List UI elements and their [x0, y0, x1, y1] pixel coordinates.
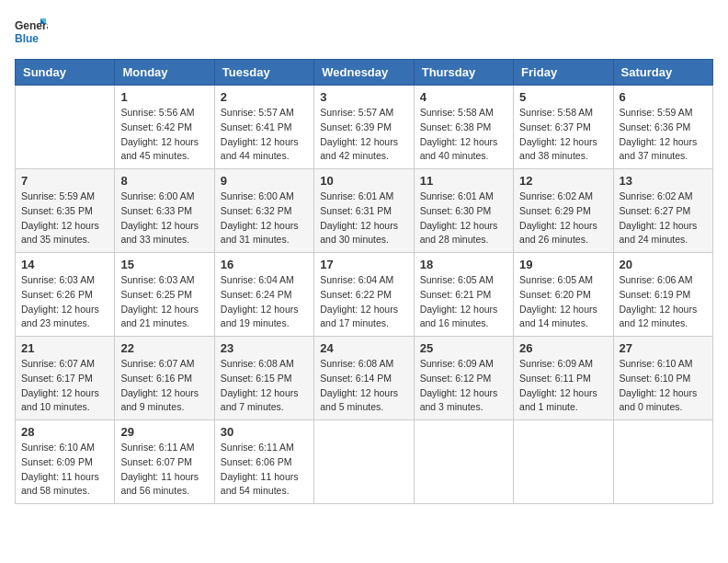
calendar-week-row: 28Sunrise: 6:10 AMSunset: 6:09 PMDayligh… [16, 420, 713, 504]
day-number: 5 [519, 90, 607, 104]
day-number: 26 [519, 341, 607, 355]
calendar-day-cell: 10Sunrise: 6:01 AMSunset: 6:31 PMDayligh… [314, 169, 414, 253]
day-info: Sunrise: 6:00 AMSunset: 6:33 PMDaylight:… [120, 190, 208, 247]
calendar-day-cell: 26Sunrise: 6:09 AMSunset: 6:11 PMDayligh… [514, 337, 613, 420]
day-info: Sunrise: 6:08 AMSunset: 6:15 PMDaylight:… [221, 357, 308, 415]
day-info: Sunrise: 6:09 AMSunset: 6:12 PMDaylight:… [420, 357, 507, 415]
day-number: 2 [221, 90, 308, 104]
day-number: 15 [120, 258, 208, 271]
day-info: Sunrise: 5:59 AMSunset: 6:35 PMDaylight:… [21, 190, 108, 247]
calendar-table: SundayMondayTuesdayWednesdayThursdayFrid… [15, 59, 713, 504]
calendar-day-cell: 9Sunrise: 6:00 AMSunset: 6:32 PMDaylight… [214, 169, 313, 253]
calendar-week-row: 1Sunrise: 5:56 AMSunset: 6:42 PMDaylight… [16, 86, 713, 169]
day-number: 3 [320, 90, 407, 104]
day-number: 4 [420, 90, 507, 104]
calendar-day-cell: 29Sunrise: 6:11 AMSunset: 6:07 PMDayligh… [115, 420, 214, 504]
day-of-week-header: Monday [115, 60, 214, 86]
day-of-week-header: Wednesday [314, 60, 414, 86]
day-info: Sunrise: 6:02 AMSunset: 6:29 PMDaylight:… [519, 190, 607, 247]
day-info: Sunrise: 6:08 AMSunset: 6:14 PMDaylight:… [320, 357, 407, 415]
day-info: Sunrise: 6:01 AMSunset: 6:31 PMDaylight:… [320, 190, 407, 247]
day-info: Sunrise: 6:05 AMSunset: 6:20 PMDaylight:… [519, 273, 607, 331]
day-number: 28 [21, 425, 108, 439]
day-info: Sunrise: 5:58 AMSunset: 6:37 PMDaylight:… [519, 106, 607, 164]
day-number: 6 [620, 90, 707, 104]
day-number: 9 [221, 174, 308, 188]
day-number: 29 [120, 425, 208, 439]
day-number: 1 [120, 90, 208, 104]
calendar-day-cell: 6Sunrise: 5:59 AMSunset: 6:36 PMDaylight… [613, 86, 712, 169]
calendar-day-cell: 11Sunrise: 6:01 AMSunset: 6:30 PMDayligh… [414, 169, 513, 253]
day-number: 12 [519, 174, 607, 188]
calendar-day-cell: 25Sunrise: 6:09 AMSunset: 6:12 PMDayligh… [414, 337, 513, 420]
calendar-week-row: 14Sunrise: 6:03 AMSunset: 6:26 PMDayligh… [16, 253, 713, 337]
calendar-day-cell [16, 86, 115, 169]
day-info: Sunrise: 6:01 AMSunset: 6:30 PMDaylight:… [420, 190, 507, 247]
day-info: Sunrise: 6:00 AMSunset: 6:32 PMDaylight:… [221, 190, 308, 247]
day-number: 30 [221, 425, 308, 439]
calendar-day-cell: 5Sunrise: 5:58 AMSunset: 6:37 PMDaylight… [514, 86, 613, 169]
day-number: 24 [320, 341, 407, 355]
calendar-day-cell: 24Sunrise: 6:08 AMSunset: 6:14 PMDayligh… [314, 337, 414, 420]
calendar-day-cell: 19Sunrise: 6:05 AMSunset: 6:20 PMDayligh… [514, 253, 613, 337]
day-info: Sunrise: 6:07 AMSunset: 6:17 PMDaylight:… [21, 357, 108, 415]
day-number: 17 [320, 258, 407, 271]
day-of-week-header: Friday [514, 60, 613, 86]
logo: General Blue [15, 15, 48, 48]
day-number: 18 [420, 258, 507, 271]
calendar-day-cell [414, 420, 513, 504]
day-number: 25 [420, 341, 507, 355]
calendar-day-cell [514, 420, 613, 504]
calendar-day-cell: 20Sunrise: 6:06 AMSunset: 6:19 PMDayligh… [613, 253, 712, 337]
calendar-day-cell: 13Sunrise: 6:02 AMSunset: 6:27 PMDayligh… [613, 169, 712, 253]
day-info: Sunrise: 6:10 AMSunset: 6:09 PMDaylight:… [21, 441, 108, 499]
calendar-week-row: 7Sunrise: 5:59 AMSunset: 6:35 PMDaylight… [16, 169, 713, 253]
day-number: 11 [420, 174, 507, 188]
day-of-week-header: Sunday [16, 60, 115, 86]
day-info: Sunrise: 6:10 AMSunset: 6:10 PMDaylight:… [620, 357, 707, 415]
calendar-day-cell: 7Sunrise: 5:59 AMSunset: 6:35 PMDaylight… [16, 169, 115, 253]
day-info: Sunrise: 6:05 AMSunset: 6:21 PMDaylight:… [420, 273, 507, 331]
calendar-day-cell: 2Sunrise: 5:57 AMSunset: 6:41 PMDaylight… [214, 86, 313, 169]
day-number: 8 [120, 174, 208, 188]
day-info: Sunrise: 6:09 AMSunset: 6:11 PMDaylight:… [519, 357, 607, 415]
calendar-day-cell [314, 420, 414, 504]
calendar-day-cell: 1Sunrise: 5:56 AMSunset: 6:42 PMDaylight… [115, 86, 214, 169]
calendar-day-cell: 18Sunrise: 6:05 AMSunset: 6:21 PMDayligh… [414, 253, 513, 337]
day-info: Sunrise: 6:04 AMSunset: 6:22 PMDaylight:… [320, 273, 407, 331]
calendar-day-cell: 16Sunrise: 6:04 AMSunset: 6:24 PMDayligh… [214, 253, 313, 337]
day-of-week-header: Saturday [613, 60, 712, 86]
calendar-header-row: SundayMondayTuesdayWednesdayThursdayFrid… [16, 60, 713, 86]
day-info: Sunrise: 5:57 AMSunset: 6:39 PMDaylight:… [320, 106, 407, 164]
day-info: Sunrise: 5:56 AMSunset: 6:42 PMDaylight:… [120, 106, 208, 164]
day-info: Sunrise: 6:11 AMSunset: 6:06 PMDaylight:… [221, 441, 308, 499]
day-number: 19 [519, 258, 607, 271]
day-info: Sunrise: 5:58 AMSunset: 6:38 PMDaylight:… [420, 106, 507, 164]
calendar-day-cell: 4Sunrise: 5:58 AMSunset: 6:38 PMDaylight… [414, 86, 513, 169]
calendar-day-cell: 23Sunrise: 6:08 AMSunset: 6:15 PMDayligh… [214, 337, 313, 420]
day-info: Sunrise: 6:03 AMSunset: 6:25 PMDaylight:… [120, 273, 208, 331]
page-header: General Blue [15, 15, 713, 48]
calendar-day-cell: 14Sunrise: 6:03 AMSunset: 6:26 PMDayligh… [16, 253, 115, 337]
day-number: 22 [120, 341, 208, 355]
calendar-day-cell: 21Sunrise: 6:07 AMSunset: 6:17 PMDayligh… [16, 337, 115, 420]
day-number: 16 [221, 258, 308, 271]
day-info: Sunrise: 6:03 AMSunset: 6:26 PMDaylight:… [21, 273, 108, 331]
calendar-day-cell: 22Sunrise: 6:07 AMSunset: 6:16 PMDayligh… [115, 337, 214, 420]
svg-text:Blue: Blue [15, 32, 39, 45]
day-info: Sunrise: 6:06 AMSunset: 6:19 PMDaylight:… [620, 273, 707, 331]
calendar-day-cell: 8Sunrise: 6:00 AMSunset: 6:33 PMDaylight… [115, 169, 214, 253]
calendar-day-cell: 28Sunrise: 6:10 AMSunset: 6:09 PMDayligh… [16, 420, 115, 504]
day-number: 23 [221, 341, 308, 355]
day-info: Sunrise: 6:02 AMSunset: 6:27 PMDaylight:… [620, 190, 707, 247]
calendar-week-row: 21Sunrise: 6:07 AMSunset: 6:17 PMDayligh… [16, 337, 713, 420]
day-number: 7 [21, 174, 108, 188]
calendar-day-cell: 27Sunrise: 6:10 AMSunset: 6:10 PMDayligh… [613, 337, 712, 420]
logo-bird-icon: General Blue [15, 15, 48, 48]
calendar-day-cell: 12Sunrise: 6:02 AMSunset: 6:29 PMDayligh… [514, 169, 613, 253]
day-info: Sunrise: 5:59 AMSunset: 6:36 PMDaylight:… [620, 106, 707, 164]
day-info: Sunrise: 6:07 AMSunset: 6:16 PMDaylight:… [120, 357, 208, 415]
day-number: 20 [620, 258, 707, 271]
day-number: 13 [620, 174, 707, 188]
calendar-day-cell [613, 420, 712, 504]
